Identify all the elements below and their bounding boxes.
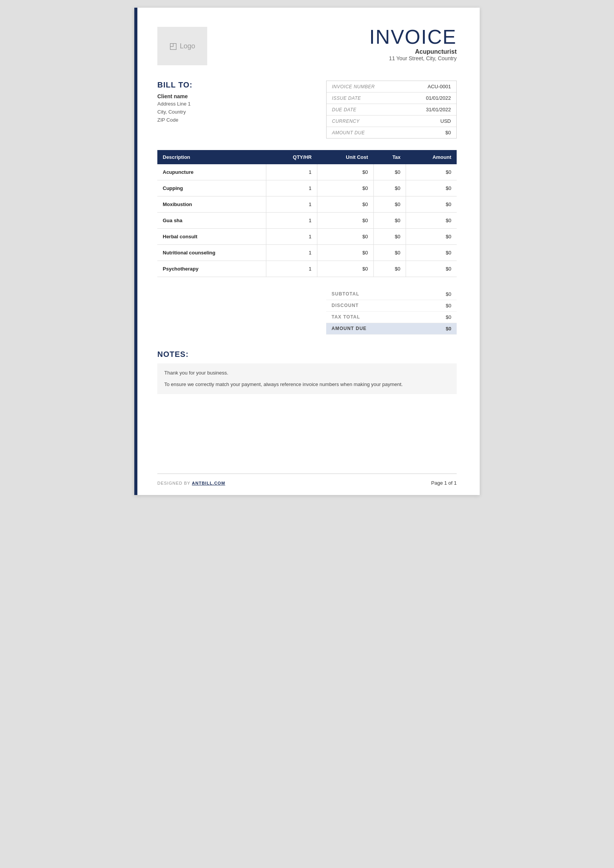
cell-tax: $0 <box>373 229 406 245</box>
cell-qty: 1 <box>266 229 317 245</box>
footer: DESIGNED BY ANTBILL.COM Page 1 of 1 <box>157 480 457 486</box>
table-row: Gua sha 1 $0 $0 $0 <box>157 213 457 229</box>
client-address-2: City, Country <box>157 108 326 116</box>
cell-qty: 1 <box>266 196 317 213</box>
cell-qty: 1 <box>266 180 317 196</box>
cell-tax: $0 <box>373 213 406 229</box>
tax-total-value: $0 <box>446 314 451 320</box>
meta-label: DUE DATE <box>332 107 357 112</box>
bill-to-label: BILL TO: <box>157 81 326 89</box>
cell-description: Acupuncture <box>157 164 266 180</box>
cell-unit-cost: $0 <box>317 229 373 245</box>
table-row: Psychotherapy 1 $0 $0 $0 <box>157 261 457 277</box>
col-qty: QTY/HR <box>266 150 317 164</box>
tax-total-label: TAX TOTAL <box>332 314 360 320</box>
notes-line1: Thank you for your business. <box>164 369 450 377</box>
discount-value: $0 <box>446 303 451 309</box>
footer-divider <box>157 474 457 474</box>
cell-tax: $0 <box>373 261 406 277</box>
meta-label: AMOUNT DUE <box>332 130 365 135</box>
meta-value: 31/01/2022 <box>426 107 451 112</box>
notes-section: NOTES: Thank you for your business. To e… <box>157 350 457 394</box>
table-row: Acupuncture 1 $0 $0 $0 <box>157 164 457 180</box>
page-info: Page 1 of 1 <box>431 480 457 486</box>
invoice-meta-table: INVOICE NUMBER ACU-0001 ISSUE DATE 01/01… <box>326 81 457 139</box>
client-address-1: Address Line 1 <box>157 100 326 108</box>
invoice-header: ◰ Logo INVOICE Acupuncturist 11 Your Str… <box>157 27 457 65</box>
meta-value: USD <box>441 118 451 124</box>
meta-label: CURRENCY <box>332 119 360 124</box>
col-description: Description <box>157 150 266 164</box>
left-accent-bar <box>134 8 137 495</box>
client-address-3: ZIP Code <box>157 116 326 124</box>
logo-box: ◰ Logo <box>157 27 207 65</box>
cell-unit-cost: $0 <box>317 180 373 196</box>
notes-content: Thank you for your business. To ensure w… <box>157 363 457 394</box>
meta-value: ACU-0001 <box>427 84 451 89</box>
table-row: Herbal consult 1 $0 $0 $0 <box>157 229 457 245</box>
cell-qty: 1 <box>266 164 317 180</box>
meta-row: INVOICE NUMBER ACU-0001 <box>327 81 456 92</box>
col-unit-cost: Unit Cost <box>317 150 373 164</box>
cell-unit-cost: $0 <box>317 213 373 229</box>
cell-amount: $0 <box>406 245 457 261</box>
meta-row: DUE DATE 31/01/2022 <box>327 104 456 116</box>
table-row: Nutritional counseling 1 $0 $0 $0 <box>157 245 457 261</box>
discount-row: DISCOUNT $0 <box>326 300 457 312</box>
company-name: Acupuncturist <box>369 48 457 55</box>
meta-value: $0 <box>446 130 451 135</box>
cell-amount: $0 <box>406 164 457 180</box>
cell-amount: $0 <box>406 180 457 196</box>
meta-row: AMOUNT DUE $0 <box>327 127 456 138</box>
items-table: Description QTY/HR Unit Cost Tax Amount … <box>157 150 457 277</box>
cell-tax: $0 <box>373 180 406 196</box>
footer-left: DESIGNED BY ANTBILL.COM <box>157 481 225 485</box>
table-row: Moxibustion 1 $0 $0 $0 <box>157 196 457 213</box>
header-right: INVOICE Acupuncturist 11 Your Street, Ci… <box>369 27 457 61</box>
invoice-page: ◰ Logo INVOICE Acupuncturist 11 Your Str… <box>134 8 480 495</box>
cell-tax: $0 <box>373 245 406 261</box>
cell-unit-cost: $0 <box>317 164 373 180</box>
subtotal-label: SUBTOTAL <box>332 291 359 297</box>
antbill-link[interactable]: ANTBILL.COM <box>192 481 225 485</box>
subtotal-value: $0 <box>446 291 451 297</box>
amount-due-value: $0 <box>446 326 451 332</box>
amount-due-label: AMOUNT DUE <box>332 326 366 332</box>
designed-by-label: DESIGNED BY <box>157 481 190 485</box>
company-address: 11 Your Street, City, Country <box>369 55 457 61</box>
logo-text: Logo <box>180 42 195 50</box>
meta-row: CURRENCY USD <box>327 116 456 127</box>
table-header-row: Description QTY/HR Unit Cost Tax Amount <box>157 150 457 164</box>
cell-description: Nutritional counseling <box>157 245 266 261</box>
meta-label: ISSUE DATE <box>332 96 361 101</box>
cell-description: Cupping <box>157 180 266 196</box>
cell-qty: 1 <box>266 261 317 277</box>
info-section: BILL TO: Client name Address Line 1 City… <box>157 81 457 139</box>
cell-tax: $0 <box>373 164 406 180</box>
client-name: Client name <box>157 93 326 99</box>
bill-to: BILL TO: Client name Address Line 1 City… <box>157 81 326 124</box>
col-tax: Tax <box>373 150 406 164</box>
cell-qty: 1 <box>266 213 317 229</box>
invoice-title: INVOICE <box>369 27 457 47</box>
cell-description: Gua sha <box>157 213 266 229</box>
cell-unit-cost: $0 <box>317 196 373 213</box>
cell-tax: $0 <box>373 196 406 213</box>
meta-row: ISSUE DATE 01/01/2022 <box>327 92 456 104</box>
cell-unit-cost: $0 <box>317 245 373 261</box>
cell-amount: $0 <box>406 261 457 277</box>
cell-description: Herbal consult <box>157 229 266 245</box>
cell-description: Moxibustion <box>157 196 266 213</box>
cell-qty: 1 <box>266 245 317 261</box>
meta-label: INVOICE NUMBER <box>332 84 375 89</box>
cell-amount: $0 <box>406 196 457 213</box>
logo-icon: ◰ <box>169 41 177 51</box>
totals-section: SUBTOTAL $0 DISCOUNT $0 TAX TOTAL $0 AMO… <box>157 289 457 335</box>
notes-line2: To ensure we correctly match your paymen… <box>164 380 450 389</box>
table-row: Cupping 1 $0 $0 $0 <box>157 180 457 196</box>
discount-label: DISCOUNT <box>332 303 359 309</box>
totals-table: SUBTOTAL $0 DISCOUNT $0 TAX TOTAL $0 AMO… <box>326 289 457 335</box>
meta-value: 01/01/2022 <box>426 95 451 101</box>
cell-description: Psychotherapy <box>157 261 266 277</box>
col-amount: Amount <box>406 150 457 164</box>
